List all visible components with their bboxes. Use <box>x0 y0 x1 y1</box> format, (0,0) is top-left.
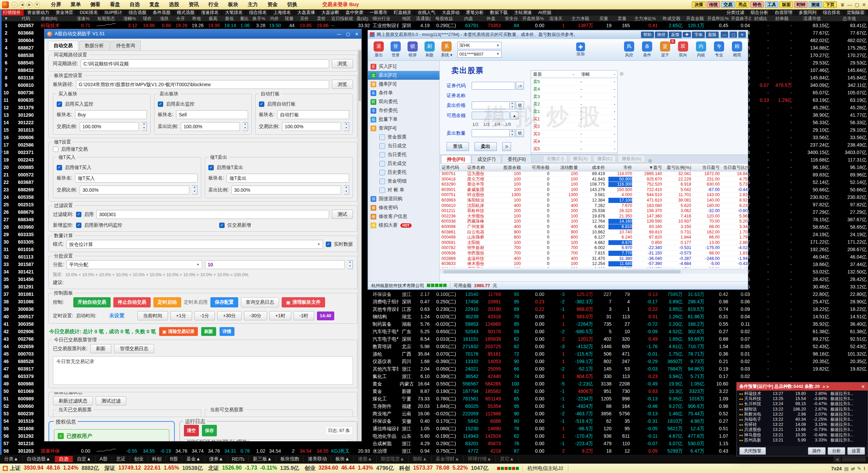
ribbon-item[interactable]: 主站测速 <box>511 10 535 16</box>
sidebar-item-查询[F4][interactable]: 查查询[F4] <box>368 124 439 133</box>
alert-row[interactable]: ▲▲和辉光电13:222.962.07%极速拉升3... <box>739 412 866 417</box>
ribbon-item[interactable]: 盘中突袭 <box>342 10 366 16</box>
scroll-track[interactable] <box>842 457 866 461</box>
toolbar-内嵌[interactable]: 内内嵌 <box>694 41 709 58</box>
ribbon-item[interactable]: 行情报价 <box>0 10 24 16</box>
holdings-column-header[interactable]: ▼盈亏 <box>634 164 664 171</box>
menu-item[interactable]: 板块 <box>223 1 243 8</box>
bottom-tab-基金理财[interactable]: 基金理财▲ <box>432 456 464 462</box>
ribbon-item[interactable]: 上海排名 <box>270 10 294 16</box>
newmon-checkbox[interactable] <box>76 223 81 228</box>
ribbon-item[interactable]: 大盘直播 <box>294 10 318 16</box>
panel-checkbox[interactable] <box>57 101 62 107</box>
close-button[interactable]: ✕ <box>738 32 746 38</box>
sidebar-item-模拟大赛[interactable]: 模模拟大赛HOT <box>368 221 439 230</box>
holdings-row[interactable]: 300751迈为股份100010089.419118.0702865.14032… <box>440 171 748 177</box>
titlebar-chip-button[interactable]: 字体 <box>692 32 705 38</box>
titlebar-chip-button[interactable]: 新版 <box>706 32 719 38</box>
fraction-link[interactable]: 1/3 <box>483 122 489 127</box>
ribbon-item[interactable]: 大盘诊断 <box>318 10 342 16</box>
holdings-row[interactable]: 000782恒申新材70007006.0025.970-22.340-0.531… <box>440 245 748 251</box>
sidebar-item-对 帐 单[interactable]: 对 帐 单 <box>368 186 439 194</box>
forward-icon[interactable]: ▶ <box>26 2 33 8</box>
ribbon-item[interactable]: 资金驱动力 <box>24 10 53 16</box>
time-button-当前时间[interactable]: 当前时间 <box>137 311 168 320</box>
top-chip-button[interactable]: 时钟 <box>794 1 808 8</box>
panel-ratio-input[interactable]: 100.00% <box>181 122 240 131</box>
sidebar-item-修改密码[interactable]: 修修改密码 <box>368 203 439 212</box>
more-button[interactable]: > <box>502 142 511 151</box>
alert-popup-titlebar[interactable]: 条件预警[运行中] 总品种数:5442 条数:20 > > ✕ <box>737 382 868 391</box>
top-chip-button[interactable]: 传统 <box>706 1 720 8</box>
settings-button[interactable]: 设置 <box>847 447 865 455</box>
log-scrollbar[interactable]: ▲▼ <box>347 440 352 441</box>
holdings-hscrollbar[interactable] <box>440 269 748 274</box>
toolbar-条件[interactable]: 条条件 <box>640 41 655 58</box>
column-header[interactable]: 买价 <box>296 16 313 21</box>
holdings-column-header[interactable]: 当日盈亏 <box>693 164 721 171</box>
clear-records-button[interactable]: ▣清除交易记录 <box>159 327 197 336</box>
menu-item[interactable]: 菜单 <box>66 1 86 8</box>
fraction-link[interactable]: 1/2 <box>472 122 478 127</box>
column-header[interactable]: 涨速% <box>75 16 92 21</box>
holdings-row[interactable]: 600338西藏珠峰100010012.76414.160139.59010.9… <box>440 219 748 224</box>
bottom-tab-债券[interactable]: 债券▲ <box>205 456 228 462</box>
holdings-row[interactable]: 603993洛阳钼业100010012.38417.100471.61038.0… <box>440 198 748 203</box>
page-marker-icon[interactable]: » <box>0 149 3 154</box>
menu-item[interactable]: 主力 <box>243 1 263 8</box>
ribbon-right-item[interactable]: 自选管理 <box>772 10 796 16</box>
top-chip-button[interactable]: 特色 <box>750 1 764 8</box>
tab-成交(F7)[interactable]: 成交(F7) <box>472 155 502 163</box>
column-header[interactable]: 代码 <box>12 16 39 21</box>
ribbon-item[interactable]: 大盘异动 <box>439 10 463 16</box>
menu-item[interactable]: 选股 <box>164 1 184 8</box>
alert-row[interactable]: ▲▲共进股份13:2113.66-0.73%极速拉升3... <box>739 427 866 432</box>
block-path-input[interactable]: G:\2024常用软件\股票软件\MPV版V1.20-银河\T0002\bloc… <box>76 80 329 89</box>
price-stepper[interactable]: ▲▼ <box>510 101 515 109</box>
column-header[interactable]: 最低 <box>221 16 238 21</box>
menu-item[interactable]: 资金 <box>263 1 282 8</box>
minimize-button[interactable]: — <box>847 2 852 7</box>
maximize-button[interactable]: ▢ <box>346 32 350 37</box>
maximize-button[interactable]: ▢ <box>855 2 859 7</box>
column-header[interactable]: 卖价 <box>313 16 330 21</box>
warn-icon[interactable]: ! <box>864 466 865 471</box>
column-header[interactable]: 均价 <box>267 16 282 21</box>
vip-icon[interactable]: ♛ <box>840 2 845 7</box>
holdings-row[interactable]: 002869金溢科技400040031.47031.380-36.040-0.2… <box>440 256 748 262</box>
column-header[interactable]: 卖量 <box>613 16 631 21</box>
switch-icon[interactable]: ⇄ <box>851 466 855 471</box>
menu-item[interactable]: 行业 <box>204 1 223 8</box>
ribbon-item[interactable]: 涨速排名 <box>198 10 222 16</box>
ribbon-right-item[interactable]: 多股同列 <box>796 10 820 16</box>
time-button--1时[interactable]: -1时 <box>294 311 314 320</box>
holdings-row[interactable]: 000936华西股份70007007.8157.770-31.150-0.573… <box>440 251 748 256</box>
bottom-tab-自定[interactable]: 自定▲ <box>73 456 96 462</box>
bottom-tab-创业[interactable]: 创业 <box>130 456 148 462</box>
column-header[interactable]: 开盘抢筹% <box>521 16 546 21</box>
timer-start-button[interactable]: 定时启动 <box>153 297 181 307</box>
toolbar-系统[interactable]: 系系统 ▾ <box>439 41 454 58</box>
toolbar-退出[interactable]: 退退出 <box>371 41 386 58</box>
ribbon-item[interactable]: DDE排名 <box>77 10 101 16</box>
column-header[interactable]: 昨成交额 <box>659 16 684 21</box>
menu-item[interactable]: 侧看 <box>86 1 105 8</box>
home-icon[interactable]: ⌂ <box>12 2 18 8</box>
alert-row[interactable]: ▲▲长川科技13:2499.15-0.47%极速拉升3... <box>739 401 866 406</box>
panel-ratio-input[interactable]: 100.00% <box>282 122 341 131</box>
holdings-row[interactable]: 002236大华股份100010019.87621.350147.3607.41… <box>440 214 748 219</box>
titlebar-chip-button[interactable]: ✚ <box>683 32 691 37</box>
browse-button[interactable]: 浏览 <box>332 80 353 89</box>
reset-button[interactable]: 重填 <box>447 142 469 151</box>
bottom-tab-新三板[interactable]: 新三板▲ <box>249 456 276 462</box>
tab-委托(F8)[interactable]: 委托(F8) <box>502 155 532 163</box>
close-alert-button[interactable]: 关闭预警 <box>739 447 766 455</box>
titlebar-chip-button[interactable]: 帮助 <box>641 32 654 38</box>
batch-count-input[interactable]: 10 <box>205 260 345 269</box>
ribbon-item[interactable]: 综合选股 <box>126 10 150 16</box>
holdings-column-header[interactable]: 盈亏比例(%) <box>664 164 693 171</box>
holdings-column-header[interactable]: 市价 <box>607 164 634 171</box>
time-button-+1分[interactable]: +1分 <box>170 311 192 320</box>
maximize-button[interactable]: ▢ <box>730 32 737 38</box>
top-chip-button[interactable]: 决策 <box>692 1 705 8</box>
